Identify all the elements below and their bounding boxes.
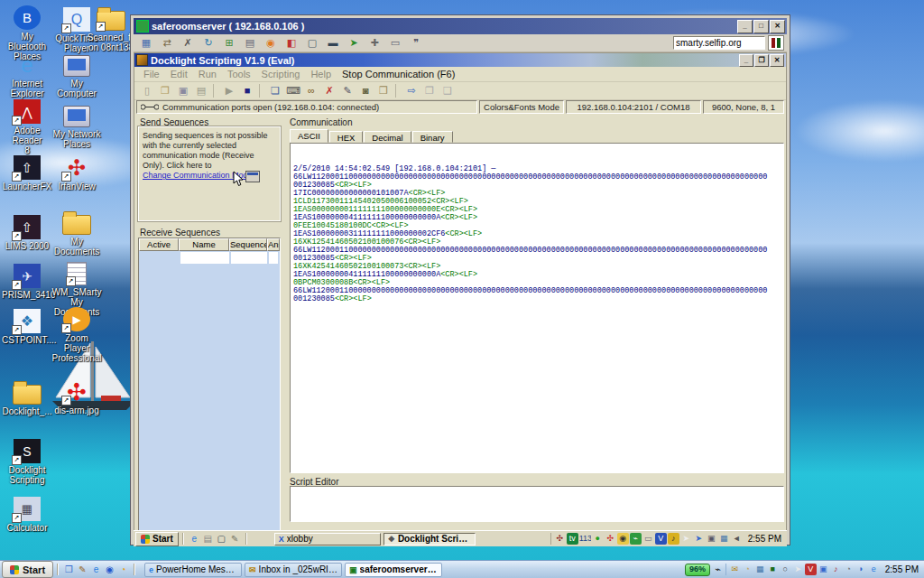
pin-toolbar-icon[interactable]: ✚ <box>365 36 384 50</box>
tab-binary[interactable]: Binary <box>412 131 453 143</box>
keyboard-console-icon[interactable]: ⌨ <box>284 84 302 98</box>
pointer-tray-icon[interactable]: ➤ <box>693 533 705 545</box>
my-computer[interactable]: My Computer <box>51 52 102 98</box>
communication-view[interactable]: 2/5/2010 14:54:02.549 [192.168.0.104:210… <box>290 143 784 473</box>
project-settings-icon[interactable]: ❏ <box>266 84 284 98</box>
column-header-answer[interactable]: Answer <box>267 238 280 251</box>
menu-scripting[interactable]: Scripting <box>256 68 306 80</box>
task-docklight[interactable]: ❖Docklight Scripting V1... <box>383 533 476 545</box>
alert-icon[interactable]: ◉ <box>261 36 281 50</box>
menu-help[interactable]: Help <box>305 68 337 80</box>
battery-indicator[interactable]: 96% <box>685 564 710 576</box>
menu-edit[interactable]: Edit <box>165 68 193 80</box>
show-desktop-icon[interactable]: ▢ <box>215 534 228 544</box>
updates-tray-icon[interactable]: ◔ <box>843 564 855 575</box>
scanned-folder[interactable]: ↗Scanned_fil on 08nt138 <box>86 5 136 52</box>
send-files-icon[interactable]: ➤ <box>344 36 364 50</box>
search-tray-icon[interactable]: ○ <box>780 564 791 575</box>
snapshot-icon[interactable]: ◙ <box>356 84 374 98</box>
task-xlobby[interactable]: Xxlobby <box>274 533 381 545</box>
mail-tray-icon[interactable]: ✉ <box>729 564 741 575</box>
task-inbox[interactable]: ✉Inbox in _025wRI Mail - ... <box>245 563 342 577</box>
drive-tray-icon[interactable]: ▭ <box>642 533 654 545</box>
clock-tray-icon[interactable]: ◔ <box>742 564 753 575</box>
zoom-player-professional[interactable]: ▶↗Zoom Player Professional <box>51 307 102 363</box>
receive-cell-active[interactable] <box>139 252 179 264</box>
port-status[interactable]: 192.168.0.104:2101 / COM18 <box>566 100 701 114</box>
media-player-quick-icon[interactable]: ◉ <box>103 564 116 574</box>
docklight-restore-button[interactable]: ❐ <box>754 54 769 67</box>
window-quick-icon[interactable]: ❒ <box>62 564 76 574</box>
paste-icon[interactable]: ❑ <box>439 84 457 98</box>
open-project-icon[interactable]: ❐ <box>156 84 174 98</box>
screen-icon[interactable]: ▬ <box>323 36 343 50</box>
find-sequence-icon[interactable]: ∞ <box>302 84 320 98</box>
messenger-quick-icon[interactable]: ◔ <box>116 564 130 574</box>
stop-icon[interactable]: ■ <box>238 84 256 98</box>
mouse-tray-icon[interactable]: ➤ <box>680 533 692 545</box>
vnc-titlebar[interactable]: saferoomserver ( 192.168.0.106 ) _ □ ✕ <box>134 18 787 34</box>
vnc-maximize-button[interactable]: □ <box>753 20 769 33</box>
modem-tray-icon[interactable]: ▣ <box>706 533 717 545</box>
tab-hex[interactable]: HEX <box>329 131 364 143</box>
tab-decimal[interactable]: Decimal <box>364 131 411 143</box>
dis-arm-jpg[interactable]: ✣↗dis-arm.jpg <box>51 379 102 415</box>
host-start-button[interactable]: Start <box>2 561 53 578</box>
close-connection-icon[interactable]: ✗ <box>178 36 198 50</box>
docklight-folder[interactable]: Docklight_... <box>2 379 52 416</box>
column-header-name[interactable]: Name <box>179 238 229 251</box>
vnc-minimize-button[interactable]: _ <box>737 20 753 33</box>
internet-explorer[interactable]: eInternet Explorer <box>2 52 52 98</box>
receive-cell-sequence[interactable] <box>231 252 267 264</box>
run-icon[interactable]: ▶ <box>220 84 238 98</box>
log-folder-icon[interactable]: ❒ <box>374 84 393 98</box>
receive-cell-answer[interactable] <box>269 252 278 264</box>
my-documents[interactable]: My Documents <box>51 210 102 256</box>
fullscreen-icon[interactable]: ▢ <box>302 36 322 50</box>
task-saferoomserver[interactable]: ▣saferoomserver ( 192... <box>345 563 442 577</box>
save-project-icon[interactable]: ▣ <box>174 84 192 98</box>
brush-quick-icon[interactable]: ✎ <box>76 564 89 574</box>
irfanview[interactable]: ✣↗IrfanView <box>51 155 102 191</box>
export-icon[interactable]: ⇨ <box>402 84 420 98</box>
volume-muted-tray-icon[interactable]: ♪ <box>830 564 842 575</box>
network-tray-icon[interactable]: ▦ <box>754 564 766 575</box>
send-start-icon[interactable]: ⊞ <box>219 36 239 50</box>
task-powerhome[interactable]: ePowerHome Messageboa... <box>144 563 242 577</box>
docklight-titlebar[interactable]: Docklight Scripting V1.9 (Eval) _ ❐ ✕ <box>134 53 786 67</box>
eye-tray-icon[interactable]: ◉ <box>617 533 629 545</box>
receive-table-row[interactable] <box>139 252 280 265</box>
receive-cell-name[interactable] <box>180 252 229 264</box>
receive-sequences-table[interactable]: ActiveNameSequenceAnswer <box>138 238 281 531</box>
stop-filter-icon[interactable]: ✗ <box>320 84 338 98</box>
vnc-close-button[interactable]: ✕ <box>770 20 785 33</box>
address-input[interactable] <box>673 36 765 50</box>
meter-113-tray-icon[interactable]: 113 <box>579 533 591 545</box>
lims-2000[interactable]: ⇧↗LIMS 2000 <box>2 215 52 251</box>
add-client-icon[interactable]: ◧ <box>282 36 301 50</box>
mail-icon[interactable]: ▤ <box>201 534 215 544</box>
scheduler-tray-icon[interactable]: ✣ <box>554 533 566 545</box>
flower-tray-icon[interactable]: ✣ <box>605 533 616 545</box>
docklight-minimize-button[interactable]: _ <box>739 54 753 67</box>
chat-icon[interactable]: ❞ <box>406 36 426 50</box>
tv-tray-icon[interactable]: tv <box>567 533 578 545</box>
internet-explorer-quick-icon[interactable]: e <box>89 564 103 574</box>
file-transfer-icon[interactable]: ⇄ <box>157 36 177 50</box>
docklight-close-button[interactable]: ✕ <box>770 54 784 67</box>
menu-stop-communication-f6-[interactable]: Stop Communication (F6) <box>337 68 460 80</box>
copy-icon[interactable]: ❐ <box>420 84 439 98</box>
new-project-icon[interactable]: ▯ <box>138 84 156 98</box>
my-network-places[interactable]: My Network Places <box>51 103 102 149</box>
internet-explorer-icon[interactable]: e <box>188 534 201 544</box>
calculator[interactable]: ▦↗Calculator <box>2 497 52 533</box>
launcherfx[interactable]: ⇧↗LauncherFX <box>2 155 52 191</box>
connection-options-icon[interactable]: ▦ <box>136 36 156 50</box>
network-tray-icon[interactable]: ▦ <box>718 533 730 545</box>
tab-ascii[interactable]: ASCII <box>290 129 328 143</box>
menu-run[interactable]: Run <box>193 68 222 80</box>
menu-file[interactable]: File <box>138 68 165 80</box>
adobe-reader-8[interactable]: ⋀↗Adobe Reader 8 <box>2 99 52 155</box>
cstpoint[interactable]: ❖↗CSTPOINT.... <box>2 309 52 345</box>
refresh-icon[interactable]: ↻ <box>199 36 218 50</box>
